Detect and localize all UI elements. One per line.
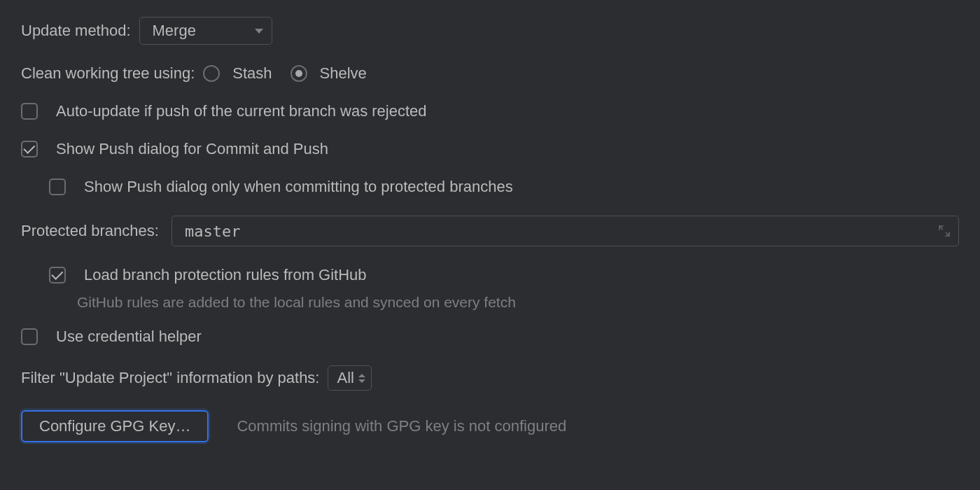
auto-update-checkbox[interactable] bbox=[21, 103, 38, 120]
auto-update-label: Auto-update if push of the current branc… bbox=[56, 102, 427, 120]
update-method-row: Update method: Merge bbox=[21, 17, 959, 45]
auto-update-row: Auto-update if push of the current branc… bbox=[21, 102, 959, 120]
credential-helper-checkbox[interactable] bbox=[21, 328, 38, 345]
credential-helper-label: Use credential helper bbox=[56, 328, 202, 346]
protected-branches-value: master bbox=[185, 223, 240, 240]
gpg-row: Configure GPG Key… Commits signing with … bbox=[21, 410, 959, 442]
update-method-value: Merge bbox=[153, 22, 196, 40]
show-push-protected-checkbox[interactable] bbox=[49, 178, 66, 195]
gpg-hint: Commits signing with GPG key is not conf… bbox=[237, 417, 566, 435]
load-github-rules-label: Load branch protection rules from GitHub bbox=[84, 266, 367, 284]
radio-shelve-label: Shelve bbox=[320, 64, 367, 83]
filter-paths-value: All bbox=[337, 369, 354, 387]
protected-branches-row: Protected branches: master bbox=[21, 216, 959, 246]
update-method-label: Update method: bbox=[21, 22, 131, 40]
clean-tree-label: Clean working tree using: bbox=[21, 64, 195, 83]
protected-branches-label: Protected branches: bbox=[21, 222, 159, 240]
show-push-protected-row: Show Push dialog only when committing to… bbox=[21, 178, 959, 196]
load-github-rules-checkbox[interactable] bbox=[49, 267, 66, 284]
show-push-protected-label: Show Push dialog only when committing to… bbox=[84, 178, 513, 196]
filter-paths-label: Filter "Update Project" information by p… bbox=[21, 369, 319, 387]
credential-helper-row: Use credential helper bbox=[21, 328, 959, 346]
filter-paths-combo[interactable]: All bbox=[328, 365, 371, 391]
filter-paths-row: Filter "Update Project" information by p… bbox=[21, 365, 959, 391]
configure-gpg-button[interactable]: Configure GPG Key… bbox=[21, 410, 209, 442]
chevron-down-icon bbox=[255, 29, 263, 34]
show-push-row: Show Push dialog for Commit and Push bbox=[21, 140, 959, 158]
git-settings-panel: Update method: Merge Clean working tree … bbox=[0, 0, 980, 442]
radio-stash[interactable] bbox=[203, 65, 220, 82]
protected-branches-field[interactable]: master bbox=[172, 216, 959, 246]
clean-tree-row: Clean working tree using: Stash Shelve bbox=[21, 64, 959, 83]
show-push-label: Show Push dialog for Commit and Push bbox=[56, 140, 328, 158]
update-method-combo[interactable]: Merge bbox=[139, 17, 272, 45]
configure-gpg-button-label: Configure GPG Key… bbox=[39, 417, 190, 435]
radio-shelve[interactable] bbox=[290, 65, 307, 82]
radio-stash-label: Stash bbox=[232, 64, 272, 83]
updown-icon bbox=[358, 374, 365, 383]
expand-icon[interactable] bbox=[937, 224, 951, 238]
load-github-rules-help: GitHub rules are added to the local rule… bbox=[21, 294, 959, 311]
show-push-checkbox[interactable] bbox=[21, 141, 38, 158]
load-github-rules-row: Load branch protection rules from GitHub bbox=[21, 266, 959, 284]
